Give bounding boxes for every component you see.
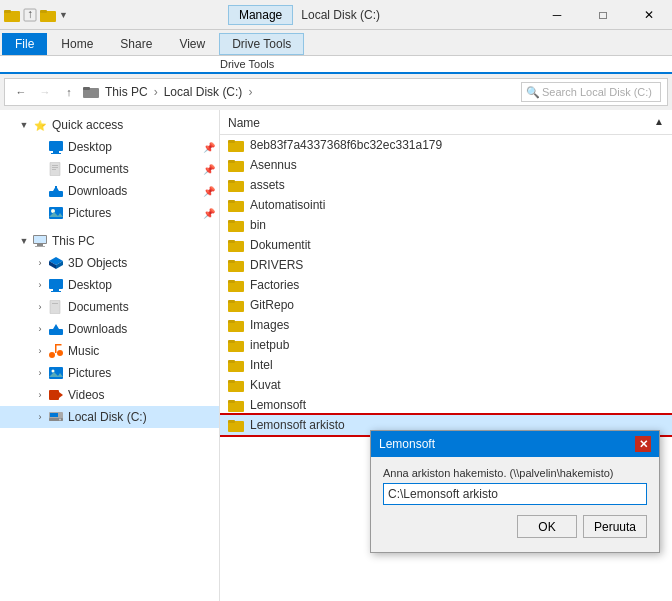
folder-icon-2 xyxy=(228,177,244,193)
svg-rect-28 xyxy=(49,279,63,289)
sidebar-item-qa-downloads[interactable]: Downloads 📌 xyxy=(0,180,219,202)
dialog-close-button[interactable]: ✕ xyxy=(635,436,651,452)
localdisk-label: Local Disk (C:) xyxy=(68,410,147,424)
new-icon: ↑ xyxy=(23,8,37,22)
breadcrumb-thispc[interactable]: This PC xyxy=(101,84,152,100)
address-bar: ← → ↑ This PC › Local Disk (C:) › 🔍 Sear… xyxy=(4,78,668,106)
sidebar-quickaccess-header[interactable]: ▼ ⭐ Quick access xyxy=(0,114,219,136)
dialog-ok-button[interactable]: OK xyxy=(517,515,577,538)
tab-view[interactable]: View xyxy=(166,33,218,55)
close-button[interactable]: ✕ xyxy=(626,0,672,30)
svg-rect-63 xyxy=(228,280,235,283)
sidebar-item-3dobjects[interactable]: › 3D Objects xyxy=(0,252,219,274)
folder-row-12[interactable]: Kuvat xyxy=(220,375,672,395)
sidebar-item-videos[interactable]: › Videos xyxy=(0,384,219,406)
folder-name-10: inetpub xyxy=(250,338,289,352)
sidebar-item-documents[interactable]: › Documents xyxy=(0,296,219,318)
breadcrumb-localdisk[interactable]: Local Disk (C:) xyxy=(160,84,247,100)
svg-rect-12 xyxy=(52,165,58,166)
qa-desktop-label: Desktop xyxy=(68,140,112,154)
expand-quickaccess: ▼ xyxy=(16,120,32,130)
folder-name-4: bin xyxy=(250,218,266,232)
folder-row-7[interactable]: Factories xyxy=(220,275,672,295)
column-name: Name xyxy=(228,116,664,130)
svg-rect-73 xyxy=(228,380,235,383)
tab-home[interactable]: Home xyxy=(48,33,106,55)
title-bar-icons: ↑ ▼ xyxy=(4,8,68,22)
minimize-button[interactable]: ─ xyxy=(534,0,580,30)
svg-rect-67 xyxy=(228,320,235,323)
up-button[interactable]: ↑ xyxy=(59,82,79,102)
folder-row-10[interactable]: inetpub xyxy=(220,335,672,355)
folder-row-11[interactable]: Intel xyxy=(220,355,672,375)
sidebar-thispc-header[interactable]: ▼ This PC xyxy=(0,230,219,252)
thispc-label: This PC xyxy=(52,234,95,248)
svg-rect-39 xyxy=(49,367,63,379)
objects3d-icon xyxy=(48,255,64,271)
computer-icon xyxy=(32,233,48,249)
svg-rect-55 xyxy=(228,200,235,203)
music-icon xyxy=(48,343,64,359)
svg-rect-23 xyxy=(37,244,43,246)
folder-row-4[interactable]: bin xyxy=(220,215,672,235)
tab-file[interactable]: File xyxy=(2,33,47,55)
folder-row-8[interactable]: GitRepo xyxy=(220,295,672,315)
dialog-title-bar: Lemonsoft ✕ xyxy=(371,431,659,457)
dialog-buttons: OK Peruuta xyxy=(383,515,647,542)
tab-drive-tools[interactable]: Drive Tools xyxy=(219,33,304,55)
path-folder-icon xyxy=(83,85,99,99)
tab-share[interactable]: Share xyxy=(107,33,165,55)
svg-marker-43 xyxy=(59,392,63,398)
sidebar-item-qa-desktop[interactable]: Desktop 📌 xyxy=(0,136,219,158)
sidebar-item-downloads[interactable]: › Downloads xyxy=(0,318,219,340)
svg-rect-18 xyxy=(49,207,63,219)
sidebar-item-localdisk[interactable]: › Local Disk (C:) xyxy=(0,406,219,428)
sidebar-item-desktop[interactable]: › Desktop xyxy=(0,274,219,296)
folder-row-0[interactable]: 8eb83f7a4337368f6bc32ec331a179 xyxy=(220,135,672,155)
dropdown-arrow[interactable]: ▼ xyxy=(59,10,68,20)
folder-row-1[interactable]: Asennus xyxy=(220,155,672,175)
search-box[interactable]: 🔍 Search Local Disk (C:) xyxy=(521,82,661,102)
videos-icon xyxy=(48,387,64,403)
forward-button[interactable]: → xyxy=(35,82,55,102)
sidebar-item-qa-documents[interactable]: Documents 📌 xyxy=(0,158,219,180)
folder-row-2[interactable]: assets xyxy=(220,175,672,195)
folder-row-3[interactable]: Automatisointi xyxy=(220,195,672,215)
svg-rect-75 xyxy=(228,400,235,403)
svg-rect-10 xyxy=(51,153,61,154)
ribbon-area: Drive Tools xyxy=(0,56,672,74)
music-label: Music xyxy=(68,344,99,358)
folder-row-9[interactable]: Images xyxy=(220,315,672,335)
back-button[interactable]: ← xyxy=(11,82,31,102)
svg-rect-38 xyxy=(55,344,62,346)
folder-icon-7 xyxy=(228,277,244,293)
address-path: This PC › Local Disk (C:) › xyxy=(83,84,517,100)
videos-label: Videos xyxy=(68,388,104,402)
qa-downloads-label: Downloads xyxy=(68,184,127,198)
svg-rect-33 xyxy=(49,329,63,335)
dialog-body: Anna arkiston hakemisto. (\\palvelin\hak… xyxy=(371,457,659,552)
drive-tools-label: Drive Tools xyxy=(220,58,274,70)
folder-icon-0 xyxy=(228,137,244,153)
sidebar-item-qa-pictures[interactable]: Pictures 📌 xyxy=(0,202,219,224)
folder-row-5[interactable]: Dokumentit xyxy=(220,235,672,255)
qa-pictures-label: Pictures xyxy=(68,206,111,220)
folder-icon-14 xyxy=(228,417,244,433)
folder-icon-4 xyxy=(228,217,244,233)
svg-rect-13 xyxy=(52,167,58,168)
maximize-button[interactable]: □ xyxy=(580,0,626,30)
qa-documents-label: Documents xyxy=(68,162,129,176)
folder-row-6[interactable]: DRIVERS xyxy=(220,255,672,275)
sidebar-item-pictures[interactable]: › Pictures xyxy=(0,362,219,384)
dialog-cancel-button[interactable]: Peruuta xyxy=(583,515,647,538)
svg-marker-34 xyxy=(53,324,59,329)
app-icon xyxy=(4,8,20,22)
sidebar-item-music[interactable]: › Music xyxy=(0,340,219,362)
content-header[interactable]: Name ▲ xyxy=(220,114,672,135)
title-manage-btn[interactable]: Manage xyxy=(228,5,293,25)
dialog-input[interactable] xyxy=(383,483,647,505)
quickaccess-label: Quick access xyxy=(52,118,123,132)
svg-point-19 xyxy=(51,209,55,213)
folder-row-13[interactable]: Lemonsoft xyxy=(220,395,672,415)
svg-rect-47 xyxy=(50,413,58,417)
